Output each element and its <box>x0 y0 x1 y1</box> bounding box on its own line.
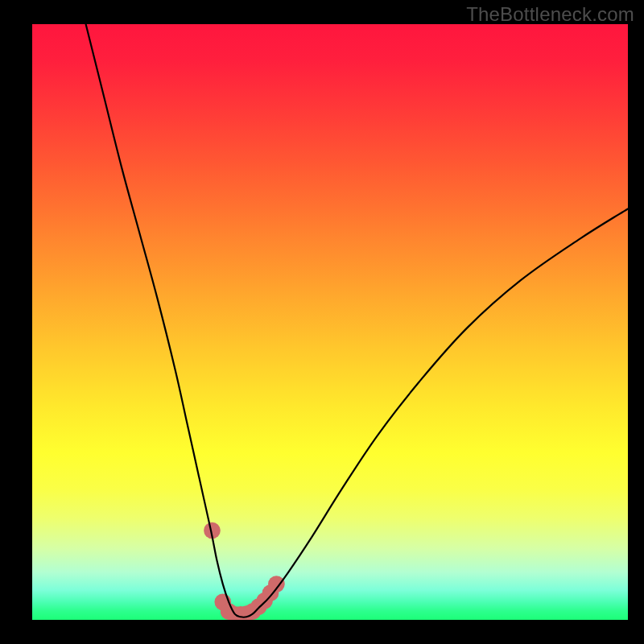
highlight-markers <box>204 522 285 620</box>
plot-area <box>32 24 628 620</box>
bottleneck-curve <box>86 24 628 617</box>
watermark-text: TheBottleneck.com <box>466 3 634 26</box>
chart-frame: TheBottleneck.com <box>0 0 644 644</box>
curve-layer <box>32 24 628 620</box>
